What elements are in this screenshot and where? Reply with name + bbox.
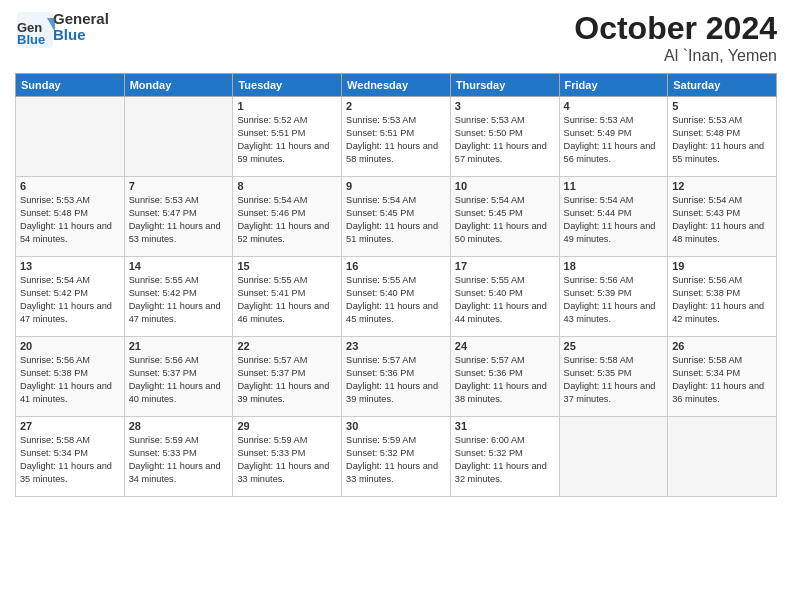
sunrise-label: Sunrise: 5:54 AM xyxy=(455,195,525,205)
calendar-cell: 4 Sunrise: 5:53 AM Sunset: 5:49 PM Dayli… xyxy=(559,97,668,177)
sunrise-label: Sunrise: 5:55 AM xyxy=(346,275,416,285)
day-info: Sunrise: 5:56 AM Sunset: 5:37 PM Dayligh… xyxy=(129,354,229,406)
daylight-label: Daylight: 11 hours and 35 minutes. xyxy=(20,461,112,484)
daylight-label: Daylight: 11 hours and 56 minutes. xyxy=(564,141,656,164)
calendar-cell: 22 Sunrise: 5:57 AM Sunset: 5:37 PM Dayl… xyxy=(233,337,342,417)
daylight-label: Daylight: 11 hours and 37 minutes. xyxy=(564,381,656,404)
day-number: 4 xyxy=(564,100,664,112)
header-day-monday: Monday xyxy=(124,74,233,97)
day-number: 8 xyxy=(237,180,337,192)
calendar-cell: 6 Sunrise: 5:53 AM Sunset: 5:48 PM Dayli… xyxy=(16,177,125,257)
day-info: Sunrise: 5:54 AM Sunset: 5:43 PM Dayligh… xyxy=(672,194,772,246)
day-number: 15 xyxy=(237,260,337,272)
calendar-cell: 2 Sunrise: 5:53 AM Sunset: 5:51 PM Dayli… xyxy=(342,97,451,177)
sunrise-label: Sunrise: 5:53 AM xyxy=(346,115,416,125)
daylight-label: Daylight: 11 hours and 59 minutes. xyxy=(237,141,329,164)
logo: Gen Blue General Blue xyxy=(15,10,109,44)
sunset-label: Sunset: 5:33 PM xyxy=(129,448,197,458)
day-info: Sunrise: 5:58 AM Sunset: 5:35 PM Dayligh… xyxy=(564,354,664,406)
sunset-label: Sunset: 5:32 PM xyxy=(455,448,523,458)
daylight-label: Daylight: 11 hours and 45 minutes. xyxy=(346,301,438,324)
calendar-cell: 17 Sunrise: 5:55 AM Sunset: 5:40 PM Dayl… xyxy=(450,257,559,337)
daylight-label: Daylight: 11 hours and 44 minutes. xyxy=(455,301,547,324)
sunrise-label: Sunrise: 5:55 AM xyxy=(129,275,199,285)
daylight-label: Daylight: 11 hours and 54 minutes. xyxy=(20,221,112,244)
header-row: SundayMondayTuesdayWednesdayThursdayFrid… xyxy=(16,74,777,97)
daylight-label: Daylight: 11 hours and 43 minutes. xyxy=(564,301,656,324)
calendar-table: SundayMondayTuesdayWednesdayThursdayFrid… xyxy=(15,73,777,497)
day-number: 28 xyxy=(129,420,229,432)
sunrise-label: Sunrise: 5:54 AM xyxy=(20,275,90,285)
calendar-cell: 5 Sunrise: 5:53 AM Sunset: 5:48 PM Dayli… xyxy=(668,97,777,177)
sunrise-label: Sunrise: 5:53 AM xyxy=(20,195,90,205)
sunset-label: Sunset: 5:37 PM xyxy=(237,368,305,378)
day-info: Sunrise: 5:53 AM Sunset: 5:49 PM Dayligh… xyxy=(564,114,664,166)
day-info: Sunrise: 5:53 AM Sunset: 5:47 PM Dayligh… xyxy=(129,194,229,246)
sunset-label: Sunset: 5:34 PM xyxy=(672,368,740,378)
sunset-label: Sunset: 5:38 PM xyxy=(672,288,740,298)
day-number: 19 xyxy=(672,260,772,272)
sunset-label: Sunset: 5:35 PM xyxy=(564,368,632,378)
day-info: Sunrise: 5:55 AM Sunset: 5:41 PM Dayligh… xyxy=(237,274,337,326)
daylight-label: Daylight: 11 hours and 32 minutes. xyxy=(455,461,547,484)
calendar-cell: 7 Sunrise: 5:53 AM Sunset: 5:47 PM Dayli… xyxy=(124,177,233,257)
sunrise-label: Sunrise: 5:58 AM xyxy=(564,355,634,365)
day-info: Sunrise: 5:53 AM Sunset: 5:50 PM Dayligh… xyxy=(455,114,555,166)
sunrise-label: Sunrise: 5:56 AM xyxy=(672,275,742,285)
title-block: October 2024 Al `Inan, Yemen xyxy=(574,10,777,65)
sunset-label: Sunset: 5:36 PM xyxy=(455,368,523,378)
sunrise-label: Sunrise: 5:53 AM xyxy=(564,115,634,125)
calendar-cell: 15 Sunrise: 5:55 AM Sunset: 5:41 PM Dayl… xyxy=(233,257,342,337)
month-title: October 2024 xyxy=(574,10,777,47)
sunrise-label: Sunrise: 5:54 AM xyxy=(672,195,742,205)
day-info: Sunrise: 5:59 AM Sunset: 5:33 PM Dayligh… xyxy=(129,434,229,486)
daylight-label: Daylight: 11 hours and 58 minutes. xyxy=(346,141,438,164)
calendar-cell: 27 Sunrise: 5:58 AM Sunset: 5:34 PM Dayl… xyxy=(16,417,125,497)
week-row-2: 13 Sunrise: 5:54 AM Sunset: 5:42 PM Dayl… xyxy=(16,257,777,337)
location: Al `Inan, Yemen xyxy=(574,47,777,65)
day-number: 6 xyxy=(20,180,120,192)
daylight-label: Daylight: 11 hours and 52 minutes. xyxy=(237,221,329,244)
sunset-label: Sunset: 5:47 PM xyxy=(129,208,197,218)
day-info: Sunrise: 5:56 AM Sunset: 5:38 PM Dayligh… xyxy=(672,274,772,326)
sunset-label: Sunset: 5:48 PM xyxy=(672,128,740,138)
calendar-cell xyxy=(668,417,777,497)
day-info: Sunrise: 5:59 AM Sunset: 5:33 PM Dayligh… xyxy=(237,434,337,486)
calendar-cell: 13 Sunrise: 5:54 AM Sunset: 5:42 PM Dayl… xyxy=(16,257,125,337)
logo-general-text: General xyxy=(53,11,109,28)
sunset-label: Sunset: 5:51 PM xyxy=(346,128,414,138)
day-number: 18 xyxy=(564,260,664,272)
day-info: Sunrise: 5:56 AM Sunset: 5:38 PM Dayligh… xyxy=(20,354,120,406)
sunset-label: Sunset: 5:48 PM xyxy=(20,208,88,218)
daylight-label: Daylight: 11 hours and 47 minutes. xyxy=(129,301,221,324)
day-info: Sunrise: 5:56 AM Sunset: 5:39 PM Dayligh… xyxy=(564,274,664,326)
day-info: Sunrise: 5:55 AM Sunset: 5:40 PM Dayligh… xyxy=(455,274,555,326)
sunset-label: Sunset: 5:45 PM xyxy=(346,208,414,218)
sunrise-label: Sunrise: 5:57 AM xyxy=(346,355,416,365)
day-number: 7 xyxy=(129,180,229,192)
sunset-label: Sunset: 5:44 PM xyxy=(564,208,632,218)
calendar-cell: 11 Sunrise: 5:54 AM Sunset: 5:44 PM Dayl… xyxy=(559,177,668,257)
sunset-label: Sunset: 5:39 PM xyxy=(564,288,632,298)
sunrise-label: Sunrise: 5:57 AM xyxy=(237,355,307,365)
day-info: Sunrise: 5:54 AM Sunset: 5:44 PM Dayligh… xyxy=(564,194,664,246)
day-number: 31 xyxy=(455,420,555,432)
sunset-label: Sunset: 5:45 PM xyxy=(455,208,523,218)
sunset-label: Sunset: 5:50 PM xyxy=(455,128,523,138)
sunrise-label: Sunrise: 5:53 AM xyxy=(129,195,199,205)
sunrise-label: Sunrise: 5:54 AM xyxy=(564,195,634,205)
day-number: 27 xyxy=(20,420,120,432)
daylight-label: Daylight: 11 hours and 55 minutes. xyxy=(672,141,764,164)
day-number: 25 xyxy=(564,340,664,352)
page: Gen Blue General Blue October 2024 Al `I… xyxy=(0,0,792,612)
sunrise-label: Sunrise: 5:53 AM xyxy=(672,115,742,125)
calendar-cell: 3 Sunrise: 5:53 AM Sunset: 5:50 PM Dayli… xyxy=(450,97,559,177)
calendar-cell: 29 Sunrise: 5:59 AM Sunset: 5:33 PM Dayl… xyxy=(233,417,342,497)
week-row-3: 20 Sunrise: 5:56 AM Sunset: 5:38 PM Dayl… xyxy=(16,337,777,417)
sunset-label: Sunset: 5:41 PM xyxy=(237,288,305,298)
day-number: 11 xyxy=(564,180,664,192)
daylight-label: Daylight: 11 hours and 41 minutes. xyxy=(20,381,112,404)
day-number: 22 xyxy=(237,340,337,352)
day-number: 30 xyxy=(346,420,446,432)
day-info: Sunrise: 5:55 AM Sunset: 5:42 PM Dayligh… xyxy=(129,274,229,326)
